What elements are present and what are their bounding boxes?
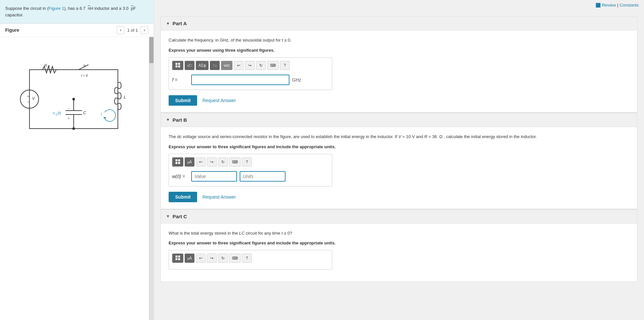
part-b-input-box: μÅ ↩ ↪ ↻ ⌨ ? w(0) = — [169, 154, 332, 187]
part-b-instruction: Express your answer to three significant… — [169, 144, 629, 149]
problem-text: Suppose the circuit in (Figure 1), has a… — [5, 6, 136, 17]
part-b-header[interactable]: ▼ Part B — [161, 113, 637, 127]
help-button-c[interactable]: ? — [242, 254, 252, 263]
redo-button[interactable]: ↪ — [245, 61, 255, 70]
part-c-label: Part C — [173, 214, 187, 219]
part-b-action-row: Submit Request Answer — [169, 192, 629, 202]
part-c-header[interactable]: ▼ Part C — [161, 210, 637, 223]
scrollbar[interactable] — [149, 37, 154, 320]
part-b-section: ▼ Part B The dc voltage source and serie… — [160, 113, 637, 209]
part-a-toolbar: √□ ΑΣφ ↑↓ vec ↩ ↪ ↻ — [172, 61, 329, 70]
figure-nav: ‹ 1 of 1 › — [117, 26, 148, 34]
figure-link[interactable]: Figure 1 — [48, 6, 64, 11]
part-c-section: ▼ Part C What is the total energy stored… — [160, 209, 637, 282]
part-a-request-answer-link[interactable]: Request Answer — [202, 98, 236, 103]
svg-rect-41 — [175, 162, 177, 164]
part-c-arrow: ▼ — [166, 214, 170, 219]
part-a-section: ▼ Part A Calculate the frequency, in GHz… — [160, 16, 637, 113]
part-a-action-row: Submit Request Answer — [169, 95, 629, 106]
svg-rect-39 — [175, 159, 177, 161]
review-link[interactable]: Review — [602, 3, 616, 8]
part-a-answer-row: f = GHz — [172, 73, 329, 86]
svg-rect-37 — [175, 65, 177, 67]
undo-button-c[interactable]: ↩ — [196, 254, 206, 263]
part-a-instruction: Express your answer using three signific… — [169, 48, 629, 53]
svg-text:(t): (t) — [58, 111, 61, 115]
svg-rect-36 — [178, 63, 180, 65]
svg-text:t = 0: t = 0 — [81, 74, 88, 78]
circuit-diagram: + − V R a b t = 0 L — [10, 50, 134, 142]
part-c-toolbar: μÅ ↩ ↪ ↻ ⌨ ? — [172, 254, 329, 263]
part-b-value-input[interactable] — [191, 171, 237, 182]
part-c-input-box: μÅ ↩ ↪ ↻ ⌨ ? — [169, 250, 332, 270]
part-a-submit-button[interactable]: Submit — [169, 95, 197, 106]
svg-text:L: L — [124, 95, 126, 99]
svg-rect-40 — [178, 159, 180, 161]
svg-text:C: C — [83, 110, 86, 115]
svg-rect-35 — [175, 63, 177, 65]
undo-button-b[interactable]: ↩ — [196, 157, 206, 167]
part-b-toolbar: μÅ ↩ ↪ ↻ ⌨ ? — [172, 157, 329, 167]
matrix-button-b[interactable] — [172, 157, 183, 167]
keyboard-button-c[interactable]: ⌨ — [229, 254, 241, 263]
svg-text:+: + — [27, 94, 29, 98]
vec-button[interactable]: vec — [221, 61, 232, 70]
figure-prev-button[interactable]: ‹ — [117, 26, 124, 34]
part-a-arrow: ▼ — [166, 21, 170, 26]
matrix-button[interactable] — [172, 61, 183, 70]
svg-marker-29 — [103, 117, 106, 119]
svg-rect-42 — [178, 162, 180, 164]
part-b-answer-label: w(0) = — [172, 174, 189, 179]
unit-button-b[interactable]: μÅ — [185, 157, 194, 167]
vec-icon: vec — [224, 63, 230, 68]
refresh-button[interactable]: ↻ — [256, 61, 266, 70]
part-a-label: Part A — [173, 21, 187, 26]
constants-link[interactable]: Constants — [619, 3, 639, 8]
undo-button[interactable]: ↩ — [234, 61, 244, 70]
matrix-button-c[interactable] — [172, 254, 183, 263]
refresh-button-c[interactable]: ↻ — [218, 254, 228, 263]
sqrt-button[interactable]: √□ — [185, 61, 194, 70]
part-c-body: What is the total energy stored in the L… — [161, 223, 637, 282]
part-a-body: Calculate the frequency, in GHz, of the … — [161, 30, 637, 112]
part-b-request-answer-link[interactable]: Request Answer — [202, 194, 236, 200]
sqrt-icon: √□ — [187, 63, 192, 68]
greek-button[interactable]: ΑΣφ — [196, 61, 209, 70]
part-b-label: Part B — [173, 117, 187, 123]
part-a-answer-label: f = — [172, 77, 189, 82]
part-b-split-inputs — [191, 171, 285, 182]
unit-button-c[interactable]: μÅ — [185, 254, 194, 263]
refresh-button-b[interactable]: ↻ — [218, 157, 228, 167]
part-c-description: What is the total energy stored in the L… — [169, 230, 629, 237]
keyboard-button-b[interactable]: ⌨ — [229, 157, 241, 167]
arrow-button[interactable]: ↑↓ — [210, 61, 220, 70]
figure-title: Figure — [5, 27, 19, 33]
part-a-unit: GHz — [292, 77, 301, 82]
redo-button-c[interactable]: ↪ — [207, 254, 217, 263]
svg-text:i: i — [101, 112, 102, 116]
svg-text:+: + — [68, 116, 70, 120]
redo-button-b[interactable]: ↪ — [207, 157, 217, 167]
figure-next-button[interactable]: › — [140, 26, 148, 34]
svg-rect-45 — [175, 258, 177, 260]
left-panel: Suppose the circuit in (Figure 1), has a… — [0, 0, 154, 320]
svg-point-31 — [72, 127, 75, 130]
figure-area: + − V R a b t = 0 L — [0, 37, 154, 320]
svg-rect-44 — [178, 256, 180, 258]
part-b-answer-row: w(0) = — [172, 170, 329, 183]
keyboard-button[interactable]: ⌨ — [267, 61, 279, 70]
part-b-arrow: ▼ — [166, 117, 170, 122]
help-button-a[interactable]: ? — [280, 61, 290, 70]
part-b-description: The dc voltage source and series-connect… — [169, 133, 629, 140]
part-a-answer-input[interactable] — [191, 75, 289, 85]
svg-rect-46 — [178, 258, 180, 260]
part-b-submit-button[interactable]: Submit — [169, 192, 197, 202]
part-b-units-input[interactable] — [240, 171, 285, 182]
help-button-b[interactable]: ? — [242, 157, 252, 167]
svg-text:−: − — [68, 107, 70, 111]
svg-text:V: V — [32, 96, 35, 101]
separator: | — [617, 3, 618, 8]
part-a-header[interactable]: ▼ Part A — [161, 17, 637, 30]
arrow-icon: ↑↓ — [213, 63, 217, 68]
scrollbar-thumb[interactable] — [149, 37, 154, 63]
